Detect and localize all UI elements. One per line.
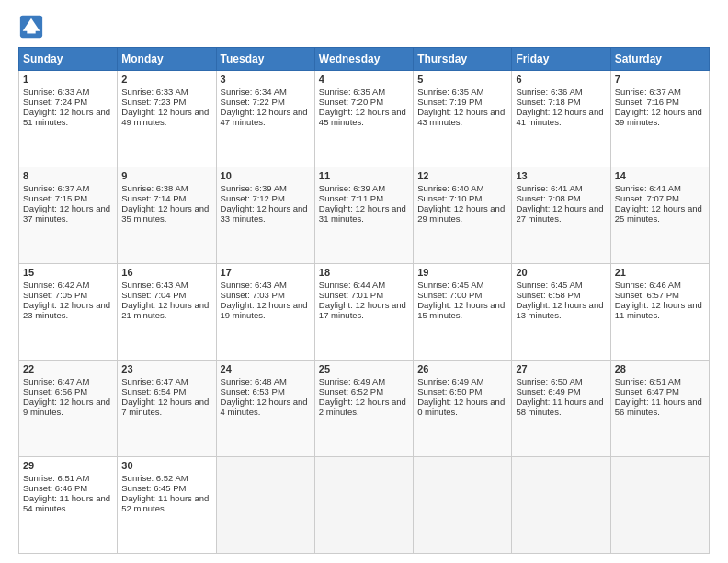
daylight-text: Daylight: 11 hours and 56 minutes. — [615, 396, 705, 417]
logo-icon — [18, 14, 44, 40]
day-number: 25 — [319, 363, 409, 374]
header-saturday: Saturday — [610, 48, 709, 71]
calendar-cell — [414, 457, 512, 554]
sunset-text: Sunset: 7:20 PM — [319, 97, 409, 107]
daylight-text: Daylight: 12 hours and 17 minutes. — [319, 300, 409, 320]
calendar-cell: 28Sunrise: 6:51 AMSunset: 6:47 PMDayligh… — [610, 361, 709, 457]
header — [18, 14, 710, 40]
sunset-text: Sunset: 7:19 PM — [417, 97, 507, 107]
calendar-body: 1Sunrise: 6:33 AMSunset: 7:24 PMDaylight… — [19, 71, 710, 554]
calendar-cell: 29Sunrise: 6:51 AMSunset: 6:46 PMDayligh… — [19, 457, 118, 554]
sunrise-text: Sunrise: 6:41 AM — [516, 183, 606, 193]
sunset-text: Sunset: 6:53 PM — [221, 386, 311, 396]
sunset-text: Sunset: 6:52 PM — [319, 386, 409, 396]
calendar-cell: 3Sunrise: 6:34 AMSunset: 7:22 PMDaylight… — [216, 71, 314, 167]
sunset-text: Sunset: 7:08 PM — [516, 193, 606, 203]
day-number: 5 — [417, 74, 507, 85]
sunrise-text: Sunrise: 6:45 AM — [516, 280, 606, 290]
calendar-cell: 2Sunrise: 6:33 AMSunset: 7:23 PMDaylight… — [118, 71, 216, 167]
day-number: 23 — [121, 363, 211, 374]
daylight-text: Daylight: 12 hours and 35 minutes. — [121, 203, 211, 224]
day-number: 16 — [121, 267, 211, 278]
daylight-text: Daylight: 12 hours and 45 minutes. — [319, 107, 409, 127]
calendar-cell: 11Sunrise: 6:39 AMSunset: 7:11 PMDayligh… — [314, 167, 413, 264]
logo — [18, 14, 48, 40]
day-number: 7 — [615, 74, 705, 85]
sunrise-text: Sunrise: 6:40 AM — [417, 183, 507, 193]
calendar-cell: 26Sunrise: 6:49 AMSunset: 6:50 PMDayligh… — [414, 361, 512, 457]
sunrise-text: Sunrise: 6:47 AM — [121, 376, 211, 386]
calendar-cell — [512, 457, 610, 554]
daylight-text: Daylight: 12 hours and 51 minutes. — [23, 107, 113, 127]
calendar-week-1: 1Sunrise: 6:33 AMSunset: 7:24 PMDaylight… — [19, 71, 710, 167]
sunset-text: Sunset: 7:04 PM — [121, 290, 211, 300]
sunrise-text: Sunrise: 6:37 AM — [615, 86, 705, 97]
sunset-text: Sunset: 7:18 PM — [516, 97, 606, 107]
calendar-cell: 23Sunrise: 6:47 AMSunset: 6:54 PMDayligh… — [118, 361, 216, 457]
day-number: 24 — [221, 363, 311, 374]
daylight-text: Daylight: 12 hours and 4 minutes. — [221, 396, 311, 417]
calendar-cell — [314, 457, 413, 554]
sunrise-text: Sunrise: 6:49 AM — [319, 376, 409, 386]
sunrise-text: Sunrise: 6:35 AM — [417, 86, 507, 97]
sunset-text: Sunset: 7:10 PM — [417, 193, 507, 203]
calendar-cell: 8Sunrise: 6:37 AMSunset: 7:15 PMDaylight… — [19, 167, 118, 264]
sunrise-text: Sunrise: 6:52 AM — [121, 473, 211, 483]
calendar-cell: 17Sunrise: 6:43 AMSunset: 7:03 PMDayligh… — [216, 264, 314, 361]
daylight-text: Daylight: 12 hours and 15 minutes. — [417, 300, 507, 320]
sunset-text: Sunset: 6:45 PM — [121, 483, 211, 493]
sunset-text: Sunset: 6:57 PM — [615, 290, 705, 300]
sunrise-text: Sunrise: 6:43 AM — [121, 280, 211, 290]
daylight-text: Daylight: 12 hours and 23 minutes. — [23, 300, 113, 320]
sunrise-text: Sunrise: 6:45 AM — [417, 280, 507, 290]
days-header-row: SundayMondayTuesdayWednesdayThursdayFrid… — [19, 48, 710, 71]
sunset-text: Sunset: 7:15 PM — [23, 193, 113, 203]
header-friday: Friday — [512, 48, 610, 71]
day-number: 30 — [121, 460, 211, 471]
sunset-text: Sunset: 6:46 PM — [23, 483, 113, 493]
calendar-week-5: 29Sunrise: 6:51 AMSunset: 6:46 PMDayligh… — [19, 457, 710, 554]
day-number: 18 — [319, 267, 409, 278]
day-number: 4 — [319, 74, 409, 85]
calendar-cell: 7Sunrise: 6:37 AMSunset: 7:16 PMDaylight… — [610, 71, 709, 167]
header-wednesday: Wednesday — [314, 48, 413, 71]
sunset-text: Sunset: 6:58 PM — [516, 290, 606, 300]
day-number: 21 — [615, 267, 705, 278]
daylight-text: Daylight: 11 hours and 58 minutes. — [516, 396, 606, 417]
day-number: 22 — [23, 363, 113, 374]
day-number: 15 — [23, 267, 113, 278]
sunset-text: Sunset: 7:24 PM — [23, 97, 113, 107]
daylight-text: Daylight: 12 hours and 21 minutes. — [121, 300, 211, 320]
daylight-text: Daylight: 12 hours and 37 minutes. — [23, 203, 113, 224]
calendar-cell: 22Sunrise: 6:47 AMSunset: 6:56 PMDayligh… — [19, 361, 118, 457]
sunrise-text: Sunrise: 6:41 AM — [615, 183, 705, 193]
sunrise-text: Sunrise: 6:42 AM — [23, 280, 113, 290]
sunset-text: Sunset: 7:12 PM — [221, 193, 311, 203]
calendar-cell: 13Sunrise: 6:41 AMSunset: 7:08 PMDayligh… — [512, 167, 610, 264]
daylight-text: Daylight: 12 hours and 29 minutes. — [417, 203, 507, 224]
sunset-text: Sunset: 7:11 PM — [319, 193, 409, 203]
day-number: 10 — [221, 170, 311, 181]
sunrise-text: Sunrise: 6:51 AM — [615, 376, 705, 386]
sunset-text: Sunset: 7:03 PM — [221, 290, 311, 300]
sunrise-text: Sunrise: 6:34 AM — [221, 86, 311, 97]
day-number: 12 — [417, 170, 507, 181]
calendar-cell — [216, 457, 314, 554]
header-monday: Monday — [118, 48, 216, 71]
sunset-text: Sunset: 7:05 PM — [23, 290, 113, 300]
sunset-text: Sunset: 7:07 PM — [615, 193, 705, 203]
daylight-text: Daylight: 12 hours and 9 minutes. — [23, 396, 113, 417]
calendar-header: SundayMondayTuesdayWednesdayThursdayFrid… — [19, 48, 710, 71]
calendar-cell: 14Sunrise: 6:41 AMSunset: 7:07 PMDayligh… — [610, 167, 709, 264]
calendar-cell: 9Sunrise: 6:38 AMSunset: 7:14 PMDaylight… — [118, 167, 216, 264]
svg-rect-2 — [27, 29, 35, 34]
sunrise-text: Sunrise: 6:38 AM — [121, 183, 211, 193]
day-number: 14 — [615, 170, 705, 181]
calendar-cell: 18Sunrise: 6:44 AMSunset: 7:01 PMDayligh… — [314, 264, 413, 361]
daylight-text: Daylight: 12 hours and 0 minutes. — [417, 396, 507, 417]
day-number: 27 — [516, 363, 606, 374]
calendar-cell: 27Sunrise: 6:50 AMSunset: 6:49 PMDayligh… — [512, 361, 610, 457]
calendar-cell: 16Sunrise: 6:43 AMSunset: 7:04 PMDayligh… — [118, 264, 216, 361]
daylight-text: Daylight: 12 hours and 11 minutes. — [615, 300, 705, 320]
sunrise-text: Sunrise: 6:48 AM — [221, 376, 311, 386]
